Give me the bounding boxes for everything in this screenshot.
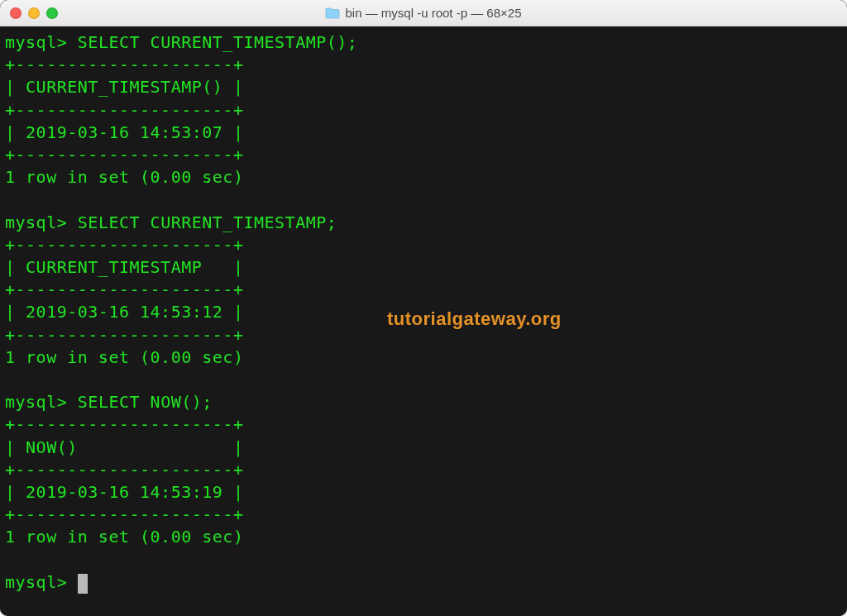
sql-result-border: +---------------------+ xyxy=(5,504,243,524)
prompt: mysql> xyxy=(5,392,67,412)
sql-result-header: | CURRENT_TIMESTAMP | xyxy=(5,257,243,277)
titlebar: bin — mysql -u root -p — 68×25 xyxy=(0,0,847,26)
sql-status: 1 row in set (0.00 sec) xyxy=(5,527,243,547)
sql-result-value: | 2019-03-16 14:53:12 | xyxy=(5,302,243,322)
folder-icon xyxy=(325,7,340,19)
terminal-body[interactable]: mysql> SELECT CURRENT_TIMESTAMP(); +----… xyxy=(0,26,847,616)
sql-result-value: | 2019-03-16 14:53:19 | xyxy=(5,482,243,502)
window-title-text: bin — mysql -u root -p — 68×25 xyxy=(345,6,521,20)
prompt: mysql> xyxy=(5,212,67,232)
window-title: bin — mysql -u root -p — 68×25 xyxy=(10,6,837,20)
sql-result-border: +---------------------+ xyxy=(5,55,243,74)
sql-result-value: | 2019-03-16 14:53:07 | xyxy=(5,122,243,142)
sql-query-1: SELECT CURRENT_TIMESTAMP(); xyxy=(78,32,358,52)
sql-query-2: SELECT CURRENT_TIMESTAMP; xyxy=(78,212,337,232)
prompt: mysql> xyxy=(5,572,67,592)
sql-result-header: | CURRENT_TIMESTAMP() | xyxy=(5,77,243,97)
sql-result-border: +---------------------+ xyxy=(5,145,243,165)
prompt: mysql> xyxy=(5,32,67,52)
cursor-icon xyxy=(78,574,88,594)
sql-status: 1 row in set (0.00 sec) xyxy=(5,167,243,187)
sql-result-border: +---------------------+ xyxy=(5,325,243,345)
sql-result-border: +---------------------+ xyxy=(5,414,243,434)
sql-result-border: +---------------------+ xyxy=(5,279,243,299)
sql-query-3: SELECT NOW(); xyxy=(78,392,213,412)
sql-result-border: +---------------------+ xyxy=(5,235,243,255)
sql-status: 1 row in set (0.00 sec) xyxy=(5,347,243,367)
watermark-text: tutorialgateway.org xyxy=(387,308,562,330)
terminal-window: bin — mysql -u root -p — 68×25 mysql> SE… xyxy=(0,0,847,616)
sql-result-header: | NOW() | xyxy=(5,437,243,457)
sql-result-border: +---------------------+ xyxy=(5,460,243,480)
sql-result-border: +---------------------+ xyxy=(5,100,243,120)
